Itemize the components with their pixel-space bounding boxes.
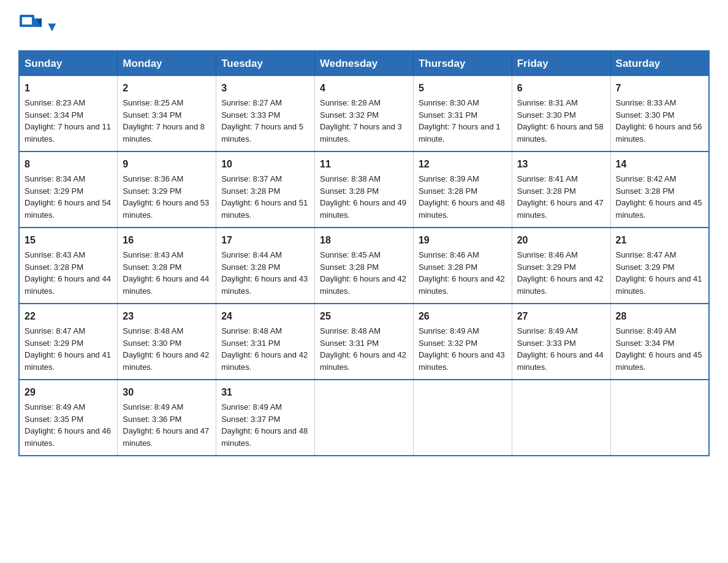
sunrise-label: Sunrise: 8:38 AM <box>320 174 381 183</box>
day-number: 6 <box>517 81 605 96</box>
daylight-label: Daylight: 7 hours and 5 minutes. <box>221 122 303 144</box>
day-number: 9 <box>123 157 211 172</box>
sunset-label: Sunset: 3:29 PM <box>517 262 576 272</box>
sunset-label: Sunset: 3:31 PM <box>320 339 379 348</box>
sunset-label: Sunset: 3:28 PM <box>616 186 675 196</box>
calendar-header-row: SundayMondayTuesdayWednesdayThursdayFrid… <box>19 51 709 76</box>
sunrise-label: Sunrise: 8:48 AM <box>123 326 183 335</box>
calendar-cell <box>413 380 512 456</box>
day-header-friday: Friday <box>512 51 610 76</box>
daylight-label: Daylight: 6 hours and 43 minutes. <box>221 274 308 296</box>
sunset-label: Sunset: 3:31 PM <box>419 110 477 120</box>
daylight-label: Daylight: 6 hours and 42 minutes. <box>221 350 308 372</box>
sunset-label: Sunset: 3:28 PM <box>221 186 280 196</box>
day-number: 23 <box>123 309 211 324</box>
sunrise-label: Sunrise: 8:46 AM <box>517 250 578 259</box>
day-number: 25 <box>320 309 408 324</box>
calendar-cell: 23 Sunrise: 8:48 AM Sunset: 3:30 PM Dayl… <box>118 304 216 380</box>
sunset-label: Sunset: 3:28 PM <box>320 262 379 272</box>
calendar-cell: 21 Sunrise: 8:47 AM Sunset: 3:29 PM Dayl… <box>610 228 709 304</box>
calendar-cell: 2 Sunrise: 8:25 AM Sunset: 3:34 PM Dayli… <box>118 76 216 151</box>
sunrise-label: Sunrise: 8:37 AM <box>221 174 282 183</box>
sunrise-label: Sunrise: 8:27 AM <box>221 98 282 107</box>
calendar-week-row: 8 Sunrise: 8:34 AM Sunset: 3:29 PM Dayli… <box>19 151 709 228</box>
day-number: 12 <box>419 157 507 172</box>
daylight-label: Daylight: 6 hours and 43 minutes. <box>419 350 505 372</box>
svg-rect-1 <box>22 17 32 25</box>
sunset-label: Sunset: 3:28 PM <box>320 186 379 196</box>
daylight-label: Daylight: 6 hours and 45 minutes. <box>616 198 702 220</box>
calendar-cell: 11 Sunrise: 8:38 AM Sunset: 3:28 PM Dayl… <box>315 151 414 228</box>
sunset-label: Sunset: 3:35 PM <box>25 415 83 424</box>
calendar-cell: 31 Sunrise: 8:49 AM Sunset: 3:37 PM Dayl… <box>216 380 315 456</box>
calendar-cell: 25 Sunrise: 8:48 AM Sunset: 3:31 PM Dayl… <box>315 304 414 380</box>
page-header: ▼ <box>18 12 710 39</box>
daylight-label: Daylight: 6 hours and 44 minutes. <box>25 274 111 296</box>
daylight-label: Daylight: 6 hours and 56 minutes. <box>616 122 702 144</box>
sunrise-label: Sunrise: 8:41 AM <box>517 174 578 183</box>
day-number: 29 <box>25 385 112 400</box>
daylight-label: Daylight: 6 hours and 42 minutes. <box>320 274 406 296</box>
sunrise-label: Sunrise: 8:45 AM <box>320 250 381 259</box>
sunset-label: Sunset: 3:29 PM <box>123 186 181 196</box>
calendar-cell: 26 Sunrise: 8:49 AM Sunset: 3:32 PM Dayl… <box>413 304 512 380</box>
daylight-label: Daylight: 6 hours and 46 minutes. <box>25 426 111 448</box>
sunset-label: Sunset: 3:37 PM <box>221 415 280 424</box>
daylight-label: Daylight: 7 hours and 11 minutes. <box>25 122 111 144</box>
sunset-label: Sunset: 3:30 PM <box>517 110 576 120</box>
day-number: 21 <box>616 233 703 248</box>
calendar-cell <box>610 380 709 456</box>
sunrise-label: Sunrise: 8:28 AM <box>320 98 381 107</box>
sunrise-label: Sunrise: 8:49 AM <box>123 402 183 412</box>
day-number: 19 <box>419 233 507 248</box>
daylight-label: Daylight: 6 hours and 54 minutes. <box>25 198 111 220</box>
day-header-saturday: Saturday <box>610 51 709 76</box>
day-number: 30 <box>123 385 211 400</box>
calendar-cell: 24 Sunrise: 8:48 AM Sunset: 3:31 PM Dayl… <box>216 304 315 380</box>
daylight-label: Daylight: 6 hours and 48 minutes. <box>221 426 308 448</box>
day-number: 7 <box>616 81 703 96</box>
sunset-label: Sunset: 3:28 PM <box>221 262 280 272</box>
sunset-label: Sunset: 3:33 PM <box>221 110 280 120</box>
calendar-cell: 14 Sunrise: 8:42 AM Sunset: 3:28 PM Dayl… <box>610 151 709 228</box>
sunrise-label: Sunrise: 8:25 AM <box>123 98 183 107</box>
sunrise-label: Sunrise: 8:33 AM <box>616 98 677 107</box>
sunrise-label: Sunrise: 8:49 AM <box>25 402 85 412</box>
sunset-label: Sunset: 3:30 PM <box>616 110 675 120</box>
sunset-label: Sunset: 3:34 PM <box>123 110 181 120</box>
calendar-week-row: 1 Sunrise: 8:23 AM Sunset: 3:34 PM Dayli… <box>19 76 709 151</box>
sunrise-label: Sunrise: 8:49 AM <box>419 326 479 335</box>
daylight-label: Daylight: 6 hours and 41 minutes. <box>616 274 702 296</box>
calendar-week-row: 15 Sunrise: 8:43 AM Sunset: 3:28 PM Dayl… <box>19 228 709 304</box>
daylight-label: Daylight: 6 hours and 58 minutes. <box>517 122 604 144</box>
day-header-wednesday: Wednesday <box>315 51 414 76</box>
daylight-label: Daylight: 6 hours and 42 minutes. <box>419 274 505 296</box>
sunset-label: Sunset: 3:29 PM <box>25 339 83 348</box>
day-number: 5 <box>419 81 507 96</box>
sunrise-label: Sunrise: 8:47 AM <box>25 326 85 335</box>
calendar-week-row: 22 Sunrise: 8:47 AM Sunset: 3:29 PM Dayl… <box>19 304 709 380</box>
calendar-cell: 20 Sunrise: 8:46 AM Sunset: 3:29 PM Dayl… <box>512 228 610 304</box>
calendar-cell <box>315 380 414 456</box>
calendar-cell: 10 Sunrise: 8:37 AM Sunset: 3:28 PM Dayl… <box>216 151 315 228</box>
sunset-label: Sunset: 3:32 PM <box>320 110 379 120</box>
day-number: 24 <box>221 309 309 324</box>
daylight-label: Daylight: 6 hours and 41 minutes. <box>25 350 111 372</box>
sunrise-label: Sunrise: 8:43 AM <box>123 250 183 259</box>
daylight-label: Daylight: 6 hours and 53 minutes. <box>123 198 209 220</box>
sunrise-label: Sunrise: 8:30 AM <box>419 98 479 107</box>
calendar-cell: 15 Sunrise: 8:43 AM Sunset: 3:28 PM Dayl… <box>19 228 118 304</box>
daylight-label: Daylight: 6 hours and 47 minutes. <box>517 198 604 220</box>
daylight-label: Daylight: 6 hours and 51 minutes. <box>221 198 308 220</box>
calendar-cell: 3 Sunrise: 8:27 AM Sunset: 3:33 PM Dayli… <box>216 76 315 151</box>
day-header-sunday: Sunday <box>19 51 118 76</box>
day-header-thursday: Thursday <box>413 51 512 76</box>
sunrise-label: Sunrise: 8:49 AM <box>221 402 282 412</box>
sunset-label: Sunset: 3:29 PM <box>25 186 83 196</box>
day-number: 2 <box>123 81 211 96</box>
sunset-label: Sunset: 3:28 PM <box>419 262 477 272</box>
calendar-cell: 12 Sunrise: 8:39 AM Sunset: 3:28 PM Dayl… <box>413 151 512 228</box>
day-number: 14 <box>616 157 703 172</box>
calendar-cell: 27 Sunrise: 8:49 AM Sunset: 3:33 PM Dayl… <box>512 304 610 380</box>
daylight-label: Daylight: 7 hours and 8 minutes. <box>123 122 205 144</box>
